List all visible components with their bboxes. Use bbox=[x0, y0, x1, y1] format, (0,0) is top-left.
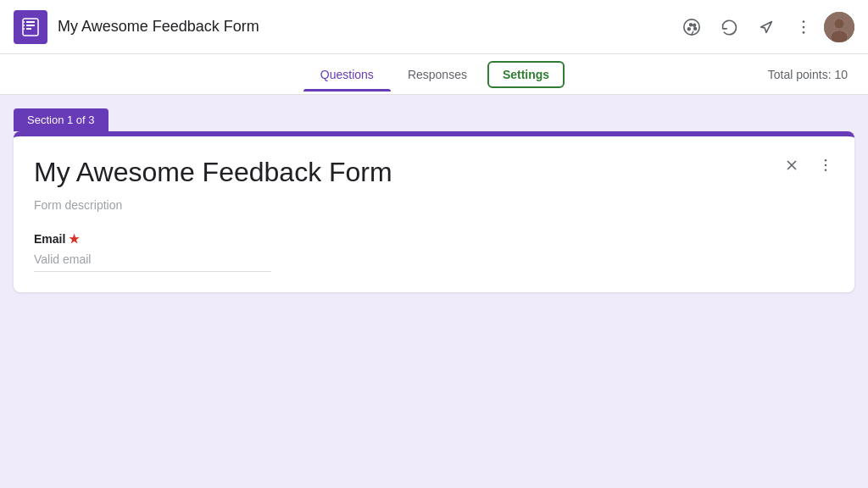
svg-point-4 bbox=[693, 24, 696, 26]
svg-point-7 bbox=[803, 25, 805, 28]
more-vert-icon bbox=[794, 18, 813, 36]
tab-questions[interactable]: Questions bbox=[303, 58, 391, 92]
tab-settings[interactable]: Settings bbox=[487, 61, 565, 88]
collapse-button[interactable] bbox=[776, 150, 807, 180]
form-card-actions bbox=[776, 150, 841, 180]
svg-point-12 bbox=[834, 19, 844, 29]
more-options-button[interactable] bbox=[787, 10, 821, 44]
header-title: My Awesome Feedback Form bbox=[58, 18, 259, 36]
form-card: My Awesome Feedback Form Form descriptio… bbox=[14, 131, 854, 292]
card-more-button[interactable] bbox=[810, 150, 841, 180]
collapse-icon bbox=[783, 157, 800, 174]
form-title: My Awesome Feedback Form bbox=[34, 157, 834, 188]
forms-logo-icon bbox=[20, 17, 41, 37]
palette-button[interactable] bbox=[675, 10, 709, 44]
card-more-icon bbox=[817, 157, 834, 174]
form-description: Form description bbox=[34, 198, 834, 212]
svg-point-18 bbox=[825, 169, 827, 172]
tabs-bar: Questions Responses Settings Total point… bbox=[0, 54, 868, 95]
header-actions bbox=[675, 10, 854, 44]
send-button[interactable] bbox=[749, 10, 783, 44]
email-input[interactable]: Valid email bbox=[34, 252, 271, 272]
email-field-label: Email ★ bbox=[34, 232, 834, 246]
svg-point-17 bbox=[825, 164, 827, 167]
tab-responses[interactable]: Responses bbox=[391, 58, 484, 92]
svg-point-1 bbox=[684, 19, 699, 34]
avatar[interactable] bbox=[824, 12, 854, 42]
avatar-svg bbox=[824, 12, 854, 42]
section-badge: Section 1 of 3 bbox=[14, 108, 108, 131]
main-content: Section 1 of 3 My Awesome Feedback Form … bbox=[0, 95, 868, 488]
svg-point-6 bbox=[803, 20, 805, 23]
svg-point-3 bbox=[690, 23, 693, 25]
total-points: Total points: 10 bbox=[768, 68, 848, 81]
avatar-image bbox=[824, 12, 854, 42]
svg-point-5 bbox=[694, 27, 697, 30]
send-icon bbox=[757, 18, 776, 36]
undo-button[interactable] bbox=[712, 10, 746, 44]
undo-icon bbox=[720, 18, 738, 36]
tabs: Questions Responses Settings bbox=[303, 58, 565, 92]
header-logo: My Awesome Feedback Form bbox=[14, 10, 675, 44]
svg-point-2 bbox=[687, 27, 690, 30]
required-star: ★ bbox=[69, 232, 80, 246]
palette-icon bbox=[682, 18, 701, 36]
svg-point-8 bbox=[803, 31, 805, 34]
svg-point-16 bbox=[825, 159, 827, 162]
header: My Awesome Feedback Form bbox=[0, 0, 868, 54]
form-icon bbox=[14, 10, 47, 44]
